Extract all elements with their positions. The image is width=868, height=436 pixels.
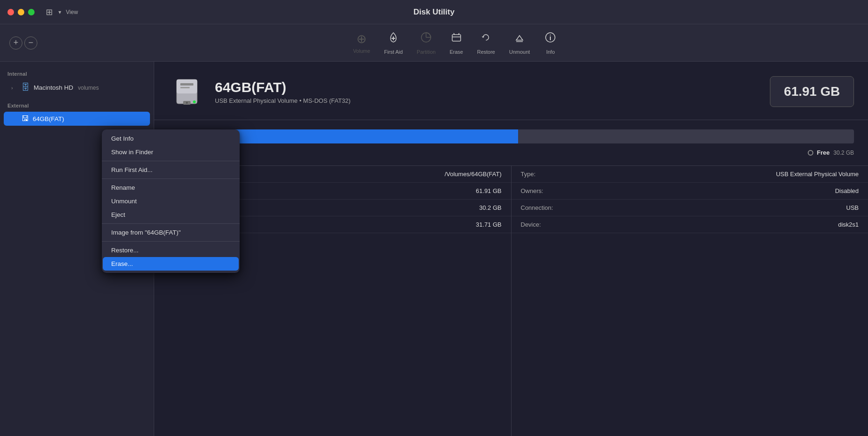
toolbar-left: ⊞ ▾ View	[44, 5, 78, 19]
first-aid-icon	[387, 31, 400, 47]
detail-row: Owners:Disabled	[512, 183, 868, 200]
details-col-right: Type:USB External Physical VolumeOwners:…	[512, 166, 868, 436]
partition-button[interactable]: Partition	[417, 31, 435, 55]
first-aid-button[interactable]: First Aid	[384, 31, 403, 55]
ctx-get-info[interactable]: Get Info	[103, 132, 239, 145]
detail-value: USB External Physical Volume	[776, 171, 859, 178]
app-title: Disk Utility	[413, 7, 455, 17]
svg-point-19	[193, 100, 196, 103]
restore-icon	[479, 31, 492, 47]
detail-value: disk2s1	[838, 221, 859, 228]
ctx-image-from[interactable]: Image from "64GB(FAT)"	[103, 226, 239, 239]
ctx-rename[interactable]: Rename	[103, 181, 239, 194]
free-size: 30.2 GB	[833, 150, 854, 156]
detail-value: USB	[846, 204, 859, 211]
partition-legend: Free 30.2 GB	[168, 149, 854, 156]
detail-value: 31.71 GB	[476, 221, 502, 228]
sidebar: Internal › 🗄 Macintosh HD volumes Extern…	[0, 62, 154, 436]
unmount-button[interactable]: Unmount	[509, 31, 530, 55]
traffic-lights	[7, 9, 35, 15]
restore-button[interactable]: Restore	[477, 31, 495, 55]
volume-icon: ⊕	[356, 32, 367, 46]
svg-rect-14	[177, 79, 197, 93]
disk-description: USB External Physical Volume • MS-DOS (F…	[215, 97, 761, 104]
first-aid-label: First Aid	[384, 49, 403, 55]
toolbar-add-remove: + −	[9, 36, 37, 50]
disk-name: 64GB(FAT)	[215, 79, 761, 95]
disk-header: 64GB(FAT) USB External Physical Volume •…	[154, 62, 868, 120]
internal-section-label: Internal	[0, 69, 154, 79]
ctx-erase[interactable]: Erase...	[103, 257, 239, 271]
ctx-separator-3	[102, 223, 240, 224]
ctx-show-in-finder[interactable]: Show in Finder	[103, 145, 239, 159]
fat-drive-name: 64GB(FAT)	[33, 115, 64, 122]
sidebar-item-fat-drive[interactable]: 🖫 64GB(FAT)	[4, 112, 150, 126]
detail-value: Disabled	[835, 187, 859, 194]
partition-label: Partition	[417, 49, 435, 55]
toolbar-items: ⊕ Volume First Aid Pa	[51, 31, 859, 55]
ctx-unmount[interactable]: Unmount	[103, 194, 239, 208]
unmount-label: Unmount	[509, 49, 530, 55]
close-button[interactable]	[7, 9, 14, 15]
fat-drive-icon: 🖫	[21, 114, 29, 123]
svg-rect-5	[452, 35, 461, 41]
svg-point-18	[186, 102, 188, 104]
erase-icon	[450, 31, 463, 47]
expand-arrow-icon: ›	[11, 85, 18, 91]
sidebar-toggle-icon[interactable]: ⊞	[44, 5, 55, 19]
info-label: Info	[546, 49, 555, 55]
sidebar-item-macintosh-hd[interactable]: › 🗄 Macintosh HD volumes	[4, 80, 150, 95]
detail-label: Device:	[521, 221, 541, 228]
disk-image	[168, 73, 206, 110]
detail-value: 30.2 GB	[479, 204, 502, 211]
detail-row: Type:USB External Physical Volume	[512, 166, 868, 183]
svg-rect-16	[180, 83, 193, 86]
view-label: View	[66, 9, 78, 15]
toolbar: + − ⊕ Volume First Aid	[0, 24, 868, 62]
detail-row: Device:disk2s1	[512, 216, 868, 233]
restore-label: Restore	[477, 49, 495, 55]
content-area: 64GB(FAT) USB External Physical Volume •…	[154, 62, 868, 436]
detail-row: Connection:USB	[512, 200, 868, 216]
add-volume-button[interactable]: +	[9, 36, 22, 50]
erase-label: Erase	[449, 49, 463, 55]
unmount-icon	[513, 31, 526, 47]
disk-chart-area: Free 30.2 GB	[154, 120, 868, 166]
view-chevron-icon: ▾	[58, 9, 61, 15]
external-section-label: External	[0, 101, 154, 111]
erase-button[interactable]: Erase	[449, 31, 463, 55]
ctx-run-first-aid[interactable]: Run First Aid...	[103, 163, 239, 177]
disk-info: 64GB(FAT) USB External Physical Volume •…	[215, 79, 761, 104]
free-label: Free	[817, 149, 830, 156]
legend-free: Free 30.2 GB	[808, 149, 854, 156]
minimize-button[interactable]	[18, 9, 24, 15]
volume-button[interactable]: ⊕ Volume	[353, 32, 370, 54]
detail-value: /Volumes/64GB(FAT)	[445, 171, 502, 178]
ctx-separator-2	[102, 179, 240, 179]
partition-icon	[420, 31, 433, 47]
ctx-separator-1	[102, 161, 240, 161]
info-icon	[544, 31, 557, 47]
detail-label: Type:	[521, 171, 536, 178]
ctx-eject[interactable]: Eject	[103, 208, 239, 222]
ctx-restore[interactable]: Restore...	[103, 243, 239, 257]
titlebar: ⊞ ▾ View Disk Utility	[0, 0, 868, 24]
macintosh-hd-sub: volumes	[78, 85, 99, 91]
detail-label: Owners:	[521, 187, 543, 194]
context-menu: Get Info Show in Finder Run First Aid...…	[102, 129, 240, 273]
info-button[interactable]: Info	[544, 31, 557, 55]
disk-size-badge: 61.91 GB	[770, 76, 854, 107]
volume-label: Volume	[353, 48, 370, 54]
remove-volume-button[interactable]: −	[24, 36, 37, 50]
detail-value: 61.91 GB	[476, 187, 502, 194]
partition-bar	[168, 129, 854, 143]
svg-rect-17	[180, 87, 190, 88]
free-dot	[808, 150, 813, 156]
ctx-separator-4	[102, 241, 240, 242]
details-area: Mount Point:/Volumes/64GB(FAT)Capacity:6…	[154, 166, 868, 436]
svg-point-12	[550, 35, 551, 36]
maximize-button[interactable]	[28, 9, 35, 15]
macintosh-hd-icon: 🗄	[21, 83, 30, 93]
macintosh-hd-name: Macintosh HD	[34, 84, 73, 91]
main-layout: Internal › 🗄 Macintosh HD volumes Extern…	[0, 62, 868, 436]
